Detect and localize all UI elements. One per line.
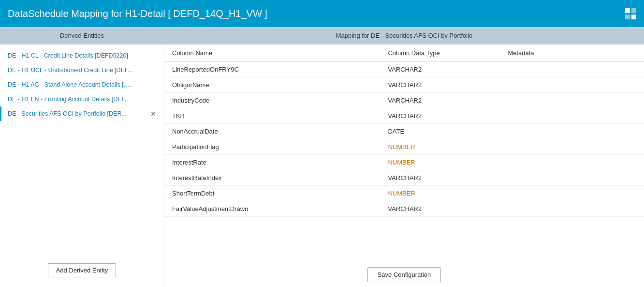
grid-icon [625, 8, 636, 19]
cell-column-name: InterestRateIndex [164, 170, 380, 186]
cell-column-name: NonAccrualDate [164, 124, 380, 139]
app-container: DataSchedule Mapping for H1-Detail [ DEF… [0, 0, 644, 287]
entity-item-5-close[interactable]: ✕ [150, 110, 156, 117]
cell-metadata [500, 139, 644, 155]
cell-data-type: VARCHAR2 [380, 93, 500, 108]
cell-data-type: VARCHAR2 [380, 170, 500, 186]
cell-metadata [500, 186, 644, 201]
save-configuration-button[interactable]: Save Configuration [367, 267, 441, 282]
entity-item-3[interactable]: DE - H1 AC - Stand Alone Account Details… [0, 77, 164, 92]
cell-column-name: InterestRate [164, 155, 380, 170]
cell-data-type: VARCHAR2 [380, 108, 500, 124]
table-row: ObligorNameVARCHAR2 [164, 77, 644, 93]
cell-data-type: VARCHAR2 [380, 62, 500, 77]
right-panel: Mapping for DE - Securities AFS OCI by P… [164, 27, 644, 287]
cell-data-type: DATE [380, 124, 500, 139]
cell-column-name: IndustryCode [164, 93, 380, 108]
entity-item-4[interactable]: DE - H1 FN - Fronting Account Details [D… [0, 92, 164, 106]
derived-entities-header: Derived Entities [0, 27, 164, 45]
add-entity-area: Add Derived Entity [0, 254, 164, 287]
cell-column-name: ShortTermDebt [164, 186, 380, 201]
cell-column-name: TKR [164, 108, 380, 124]
cell-column-name: ObligorName [164, 77, 380, 93]
page-title: DataSchedule Mapping for H1-Detail [ DEF… [8, 8, 267, 19]
cell-column-name: LineReportedOnFRY9C [164, 62, 380, 77]
cell-data-type: NUMBER [380, 186, 500, 201]
cell-data-type: NUMBER [380, 139, 500, 155]
cell-metadata [500, 201, 644, 217]
table-row: IndustryCodeVARCHAR2 [164, 93, 644, 108]
entity-item-1-label: DE - H1 CL - Credit Line Details [DEFD52… [8, 52, 128, 59]
mapping-header: Mapping for DE - Securities AFS OCI by P… [164, 27, 644, 45]
cell-column-name: FairValueAdjustmentDrawn [164, 201, 380, 217]
entity-list: DE - H1 CL - Credit Line Details [DEFD52… [0, 45, 164, 254]
cell-metadata [500, 77, 644, 93]
cell-data-type: VARCHAR2 [380, 77, 500, 93]
left-panel: Derived Entities DE - H1 CL - Credit Lin… [0, 27, 164, 287]
header: DataSchedule Mapping for H1-Detail [ DEF… [0, 0, 644, 27]
entity-item-2-label: DE - H1 UCL - Undisbursed Credit Line [D… [8, 67, 133, 74]
add-derived-entity-button[interactable]: Add Derived Entity [48, 263, 117, 277]
cell-data-type: NUMBER [380, 155, 500, 170]
entity-item-1[interactable]: DE - H1 CL - Credit Line Details [DEFD52… [0, 48, 164, 63]
mapping-table-container[interactable]: Column Name Column Data Type Metadata Li… [164, 45, 644, 262]
entity-item-3-label: DE - H1 AC - Stand Alone Account Details… [8, 81, 133, 88]
cell-metadata [500, 93, 644, 108]
col-header-name: Column Name [164, 45, 380, 62]
cell-metadata [500, 170, 644, 186]
table-row: NonAccrualDateDATE [164, 124, 644, 139]
main-content: Derived Entities DE - H1 CL - Credit Lin… [0, 27, 644, 287]
entity-item-2[interactable]: DE - H1 UCL - Undisbursed Credit Line [D… [0, 63, 164, 77]
cell-data-type: VARCHAR2 [380, 201, 500, 217]
cell-metadata [500, 124, 644, 139]
col-header-metadata: Metadata [500, 45, 644, 62]
table-row: ShortTermDebtNUMBER [164, 186, 644, 201]
table-row: ParticipationFlagNUMBER [164, 139, 644, 155]
cell-metadata [500, 155, 644, 170]
cell-metadata [500, 62, 644, 77]
entity-item-5-label: DE - Securities AFS OCI by Portfolio [DE… [8, 110, 127, 117]
table-row: InterestRateNUMBER [164, 155, 644, 170]
cell-metadata [500, 108, 644, 124]
entity-item-5[interactable]: DE - Securities AFS OCI by Portfolio [DE… [0, 106, 164, 121]
entity-item-4-label: DE - H1 FN - Fronting Account Details [D… [8, 96, 130, 103]
table-row: TKRVARCHAR2 [164, 108, 644, 124]
table-row: LineReportedOnFRY9CVARCHAR2 [164, 62, 644, 77]
footer-area: Save Configuration [164, 262, 644, 287]
cell-column-name: ParticipationFlag [164, 139, 380, 155]
table-row: FairValueAdjustmentDrawnVARCHAR2 [164, 201, 644, 217]
col-header-type: Column Data Type [380, 45, 500, 62]
table-row: InterestRateIndexVARCHAR2 [164, 170, 644, 186]
mapping-table: Column Name Column Data Type Metadata Li… [164, 45, 644, 217]
